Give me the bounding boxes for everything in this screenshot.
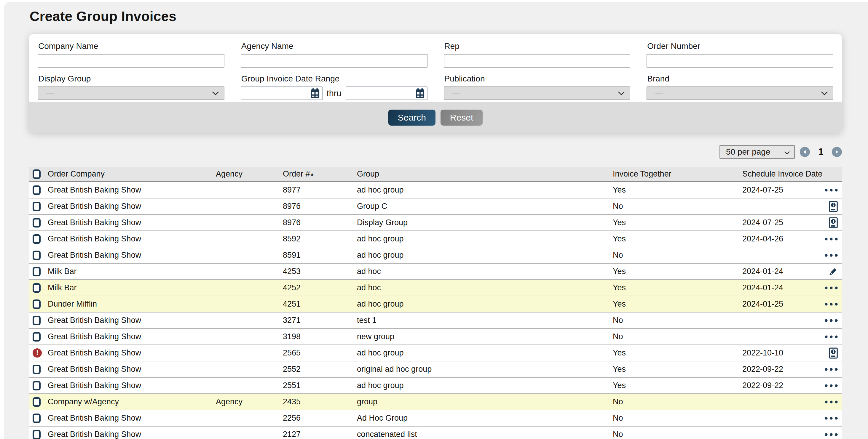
group-cell: Ad Hoc Group [357,413,613,423]
row-checkbox[interactable] [33,300,41,309]
ellipsis-menu-icon[interactable] [825,319,838,322]
info-document-icon[interactable] [829,347,838,359]
row-checkbox[interactable] [33,234,41,244]
schedule-invoice-date-cell: 2024-01-24 [742,267,823,276]
invoices-table: Order Company Agency Order #▴ Group Invo… [29,167,842,439]
row-checkbox[interactable] [33,185,41,195]
ellipsis-menu-icon[interactable] [825,254,838,257]
ellipsis-menu-icon[interactable] [825,417,838,420]
arrow-right-icon [835,149,839,154]
group-cell: ad hoc group [357,250,613,260]
order-company-cell: Great British Baking Show [48,348,216,358]
header-group[interactable]: Group [357,169,613,179]
ellipsis-menu-icon[interactable] [825,286,838,290]
order-company-cell: Dunder Mifflin [48,300,216,309]
warning-icon: ! [33,348,42,358]
company-name-input[interactable] [38,54,224,68]
pagination: 50 per page 1 [719,145,842,159]
display-group-select[interactable]: — [38,87,224,100]
row-checkbox[interactable] [33,430,41,439]
ellipsis-menu-icon[interactable] [825,401,838,403]
order-number-cell: 2256 [283,413,357,423]
row-checkbox[interactable] [33,218,41,228]
order-company-cell: Great British Baking Show [48,250,216,260]
date-from-input[interactable] [241,87,322,100]
header-agency[interactable]: Agency [216,169,283,179]
info-document-icon[interactable] [829,201,838,212]
header-invoice-together[interactable]: Invoice Together [613,169,742,179]
row-checkbox[interactable] [33,267,41,276]
next-page-button[interactable] [832,147,842,157]
row-checkbox[interactable] [33,250,41,260]
invoice-together-cell: Yes [613,348,742,358]
agency-name-label: Agency Name [241,41,428,51]
info-document-icon[interactable] [829,217,838,228]
agency-name-input[interactable] [241,54,428,68]
order-number-cell: 8592 [283,234,357,243]
table-row: Great British Baking Show 8976 Group C N… [29,199,842,215]
ellipsis-menu-icon[interactable] [825,335,838,338]
group-cell: Group C [357,202,613,211]
ellipsis-menu-icon[interactable] [825,303,838,306]
per-page-select[interactable]: 50 per page [719,145,795,159]
group-cell: test 1 [357,316,613,325]
order-number-cell: 2552 [283,365,357,374]
table-row: Great British Baking Show 2256 Ad Hoc Gr… [29,410,842,427]
calendar-icon[interactable] [415,88,425,100]
field-brand: Brand — [647,74,833,100]
invoice-together-cell: Yes [613,300,742,309]
search-button[interactable]: Search [389,110,435,126]
invoice-together-cell: No [613,202,742,211]
current-page: 1 [815,147,827,157]
ellipsis-menu-icon[interactable] [825,189,838,192]
rep-input[interactable] [444,54,630,68]
ellipsis-menu-icon[interactable] [825,238,838,240]
row-checkbox[interactable] [33,283,41,293]
table-row: Milk Bar 4253 ad hoc Yes 2024-01-24 [29,264,842,280]
chevron-down-icon [784,147,790,157]
brand-label: Brand [647,74,833,83]
publication-select[interactable]: — [444,87,630,100]
order-company-cell: Milk Bar [48,267,216,276]
schedule-invoice-date-cell: 2024-01-25 [742,300,823,309]
reset-button[interactable]: Reset [440,110,483,126]
ellipsis-menu-icon[interactable] [825,433,838,436]
order-number-cell: 8976 [283,218,357,227]
row-checkbox[interactable] [33,413,41,423]
invoice-together-cell: Yes [613,218,742,227]
header-order-number[interactable]: Order #▴ [283,169,357,179]
group-cell: concatenated list [357,430,613,439]
order-company-cell: Great British Baking Show [48,381,216,390]
invoice-together-cell: Yes [613,365,742,374]
row-checkbox[interactable] [33,397,41,407]
order-company-cell: Great British Baking Show [48,185,216,195]
group-cell: ad hoc group [357,300,613,309]
edit-pencil-icon[interactable] [828,267,838,276]
schedule-invoice-date-cell: 2024-07-25 [742,218,823,227]
header-order-company[interactable]: Order Company [48,169,216,179]
ellipsis-menu-icon[interactable] [825,368,838,371]
row-checkbox[interactable] [33,365,41,374]
prev-page-button[interactable] [800,147,810,157]
table-row: Great British Baking Show 8591 ad hoc gr… [29,247,842,264]
row-checkbox[interactable] [33,316,41,325]
date-to-input[interactable] [346,87,428,100]
calendar-icon[interactable] [311,88,319,100]
brand-select[interactable]: — [647,87,833,100]
date-range-separator: thru [327,89,342,98]
table-row: Great British Baking Show 2552 original … [29,361,842,378]
invoice-together-cell: No [613,332,742,341]
select-all-checkbox[interactable] [33,169,41,179]
arrow-left-icon [803,149,807,154]
group-cell: original ad hoc group [357,365,613,374]
ellipsis-menu-icon[interactable] [825,384,838,387]
field-rep: Rep [444,41,630,68]
order-number-input[interactable] [647,54,833,68]
group-cell: ad hoc [357,267,613,276]
row-checkbox[interactable] [33,202,41,211]
date-range-label: Group Invoice Date Range [241,74,428,83]
header-schedule-invoice-date[interactable]: Schedule Invoice Date [742,169,823,179]
row-checkbox[interactable] [33,332,41,342]
group-cell: ad hoc group [357,381,613,390]
row-checkbox[interactable] [33,381,41,391]
